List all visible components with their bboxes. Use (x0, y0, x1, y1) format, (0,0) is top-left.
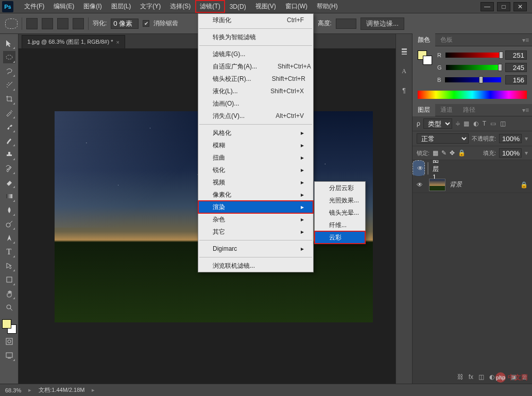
mi-adaptive-wide[interactable]: 自适应广角(A)...Shift+Ctrl+A (198, 60, 313, 73)
color-swatches[interactable] (2, 319, 16, 334)
hand-tool-icon[interactable] (3, 287, 15, 300)
tab-color[interactable]: 颜色 (413, 33, 435, 46)
antialias-checkbox[interactable]: ✔ (143, 20, 149, 27)
filter-adjust-icon[interactable]: ◐ (473, 120, 478, 127)
lasso-tool-icon[interactable] (3, 65, 15, 77)
pen-tool-icon[interactable] (3, 232, 15, 244)
tab-close-icon[interactable]: × (116, 39, 119, 45)
mi-video[interactable]: 视频▸ (198, 176, 313, 188)
tab-layers[interactable]: 图层 (413, 104, 435, 116)
selection-add-icon[interactable] (42, 18, 53, 29)
type-tool-icon[interactable]: T (3, 246, 15, 258)
visibility-icon[interactable]: 👁 (417, 165, 423, 172)
filter-type-icon[interactable]: T (483, 120, 486, 127)
mi-noise[interactable]: 杂色▸ (198, 213, 313, 226)
mi-render[interactable]: 渲染▸ (198, 201, 313, 213)
close-button[interactable]: ✕ (513, 2, 527, 11)
history-icon[interactable] (399, 46, 410, 57)
stamp-tool-icon[interactable] (3, 148, 15, 161)
mi-stylize[interactable]: 风格化▸ (198, 127, 313, 139)
mi-blur[interactable]: 模糊▸ (198, 139, 313, 151)
tool-preset-icon[interactable] (5, 19, 18, 29)
blur-tool-icon[interactable] (3, 204, 15, 216)
filter-kind-select[interactable]: 类型 (423, 118, 452, 129)
g-slider[interactable] (446, 65, 501, 70)
menu-select[interactable]: 选择(S) (165, 0, 195, 13)
quickmask-icon[interactable] (3, 335, 15, 348)
link-layers-icon[interactable]: ⛓ (457, 373, 464, 381)
marquee-tool-icon[interactable] (3, 51, 15, 63)
mi-oil-paint[interactable]: 油画(O)... (198, 97, 313, 110)
zoom-tool-icon[interactable] (3, 301, 15, 314)
layer-name[interactable]: 图层 1 (433, 160, 439, 181)
filter-shape-icon[interactable]: ▭ (490, 120, 496, 127)
mi-fibers[interactable]: 纤维... (315, 219, 365, 231)
menu-filter[interactable]: 滤镜(T) (195, 0, 225, 13)
menu-window[interactable]: 窗口(W) (281, 0, 312, 13)
mi-clouds[interactable]: 云彩 (315, 231, 365, 244)
mi-vanishing-point[interactable]: 消失点(V)...Alt+Ctrl+V (198, 110, 313, 122)
mi-lighting-fx[interactable]: 光照效果... (315, 194, 365, 206)
menu-file[interactable]: 文件(F) (20, 0, 49, 13)
r-value[interactable] (505, 50, 527, 60)
eyedropper-tool-icon[interactable] (3, 107, 15, 119)
document-tab[interactable]: 1.jpg @ 68.3% (图层 1, RGB/8#) * × (22, 35, 125, 48)
menu-type[interactable]: 文字(Y) (135, 0, 165, 13)
zoom-value[interactable]: 68.3% (5, 387, 21, 393)
layer-item[interactable]: 👁 背景 🔒 (413, 177, 532, 193)
magic-wand-tool-icon[interactable] (3, 79, 15, 91)
color-spectrum[interactable] (418, 91, 527, 99)
filter-smart-icon[interactable]: ◫ (500, 120, 506, 127)
tab-paths[interactable]: 路径 (458, 104, 480, 116)
layer-mask-icon[interactable]: ◫ (478, 373, 484, 381)
crop-tool-icon[interactable] (3, 93, 15, 105)
mi-browse-online[interactable]: 浏览联机滤镜... (198, 260, 313, 272)
shape-tool-icon[interactable] (3, 273, 15, 286)
mi-distort[interactable]: 扭曲▸ (198, 151, 313, 164)
menu-edit[interactable]: 编辑(E) (49, 0, 79, 13)
tab-channels[interactable]: 通道 (435, 104, 458, 116)
filter-pixel-icon[interactable]: ▦ (464, 120, 469, 127)
selection-intersect-icon[interactable] (73, 18, 84, 29)
mi-diff-clouds[interactable]: 分层云彩 (315, 182, 365, 194)
brush-tool-icon[interactable] (3, 134, 15, 147)
feather-input[interactable] (111, 19, 139, 29)
healing-tool-icon[interactable] (3, 120, 15, 133)
mi-filter-gallery[interactable]: 滤镜库(G)... (198, 48, 313, 60)
lock-all-icon[interactable]: 🔒 (458, 149, 466, 157)
move-tool-icon[interactable] (3, 37, 15, 49)
menu-help[interactable]: 帮助(H) (312, 0, 342, 13)
foreground-swatch[interactable] (2, 319, 11, 329)
lock-move-icon[interactable]: ✥ (450, 149, 455, 157)
layer-item[interactable]: 👁 图层 1 (413, 160, 425, 177)
layer-thumbnail[interactable] (429, 179, 445, 191)
layer-fx-icon[interactable]: fx (469, 373, 473, 381)
mi-sharpen[interactable]: 锐化▸ (198, 164, 313, 176)
visibility-icon[interactable]: 👁 (417, 181, 425, 188)
maximize-button[interactable]: □ (497, 2, 510, 11)
menu-image[interactable]: 图像(I) (79, 0, 106, 13)
blend-mode-select[interactable]: 正常 (417, 133, 469, 144)
color-panel-menu-icon[interactable]: ▾≡ (519, 37, 532, 44)
mi-other[interactable]: 其它▸ (198, 226, 313, 238)
layer-thumbnail[interactable] (427, 162, 428, 175)
r-slider[interactable] (445, 53, 501, 58)
menu-layer[interactable]: 图层(L) (107, 0, 136, 13)
path-select-tool-icon[interactable] (3, 260, 15, 272)
height-input[interactable] (336, 19, 356, 29)
dodge-tool-icon[interactable] (3, 218, 15, 230)
history-brush-tool-icon[interactable] (3, 162, 15, 175)
menu-3d[interactable]: 3D(D) (225, 1, 251, 12)
b-value[interactable] (505, 75, 527, 84)
fill-input[interactable] (499, 148, 522, 158)
mi-pixelate[interactable]: 像素化▸ (198, 188, 313, 201)
eraser-tool-icon[interactable] (3, 176, 15, 188)
mi-smart-filter[interactable]: 转换为智能滤镜 (198, 31, 313, 43)
layer-name[interactable]: 背景 (450, 180, 462, 189)
adjustment-layer-icon[interactable]: ◐ (489, 373, 494, 381)
mi-last-filter[interactable]: 球面化Ctrl+F (198, 14, 313, 26)
paragraph-icon[interactable]: ¶ (399, 85, 410, 96)
mi-lens-flare[interactable]: 镜头光晕... (315, 206, 365, 219)
mi-digimarc[interactable]: Digimarc▸ (198, 243, 313, 255)
character-icon[interactable]: A (399, 66, 410, 76)
